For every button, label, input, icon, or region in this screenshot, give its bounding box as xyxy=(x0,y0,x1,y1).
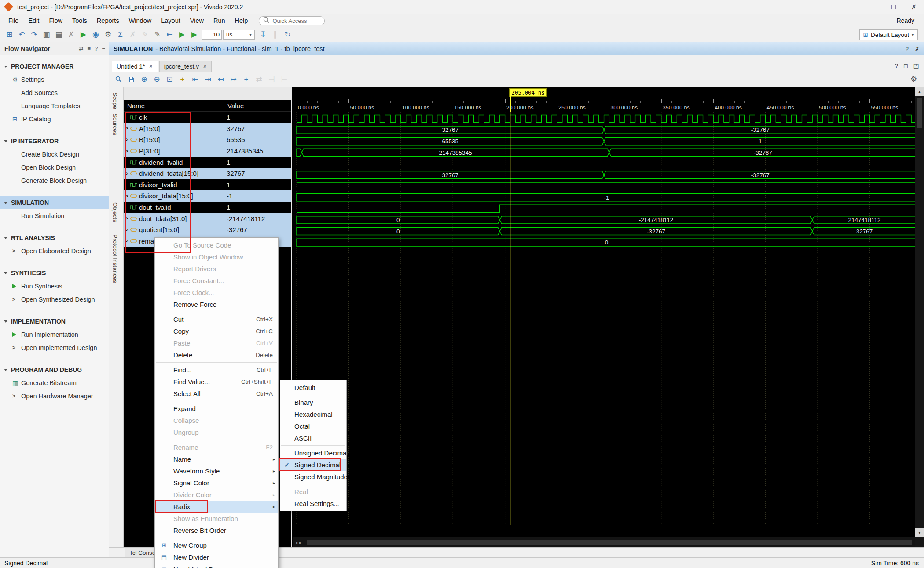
minimize-icon[interactable]: − xyxy=(102,45,105,52)
scroll-right-icon[interactable]: ▸ xyxy=(299,539,302,546)
next-transition-icon[interactable]: ↦ xyxy=(227,74,239,85)
time-unit-select[interactable]: us ▾ xyxy=(223,30,255,40)
menu-item-expand[interactable]: Expand xyxy=(155,403,278,415)
help-icon[interactable]: ? xyxy=(95,45,98,52)
probe-icon[interactable]: ✎ xyxy=(151,29,163,40)
menu-file[interactable]: File xyxy=(4,14,23,27)
signal-row[interactable]: >B[15:0] xyxy=(124,134,224,146)
scroll-left-icon[interactable]: ◂ xyxy=(295,539,297,546)
fn-item-settings[interactable]: ⚙Settings xyxy=(0,73,109,86)
zoom-to-cursor-icon[interactable]: + xyxy=(176,74,188,85)
zoom-in-icon[interactable]: ⊕ xyxy=(138,74,150,85)
settings-gear-icon[interactable]: ⚙ xyxy=(102,29,114,40)
menu-item-unsigned-decimal[interactable]: Unsigned Decimal xyxy=(280,447,346,459)
menu-item-delete[interactable]: DeleteDelete xyxy=(155,349,278,361)
open-window-icon[interactable]: ⊞ xyxy=(4,29,15,40)
menu-item-name[interactable]: Name▸ xyxy=(155,453,278,465)
wave-settings-gear-icon[interactable]: ⚙ xyxy=(908,74,920,85)
expand-chevron-icon[interactable]: > xyxy=(124,171,130,177)
run-manage-icon[interactable]: ◉ xyxy=(90,29,102,40)
fn-item-add-sources[interactable]: Add Sources xyxy=(0,86,109,99)
side-tab-objects[interactable]: Objects xyxy=(112,202,118,222)
fn-header-simulation[interactable]: SIMULATION xyxy=(0,196,109,209)
signal-row[interactable]: >P[31:0] xyxy=(124,146,224,157)
side-tab-scope[interactable]: Scope xyxy=(112,92,118,109)
relaunch-icon[interactable]: ↻ xyxy=(282,29,293,40)
menu-edit[interactable]: Edit xyxy=(23,14,44,27)
menu-item-new-group[interactable]: ⊞New Group xyxy=(155,539,278,551)
menu-item-cut[interactable]: CutCtrl+X xyxy=(155,313,278,325)
restart-sim-icon[interactable]: ⇤ xyxy=(164,29,176,40)
menu-item-octal[interactable]: Octal xyxy=(280,420,346,432)
close-button[interactable]: ✗ xyxy=(904,0,924,14)
menu-layout[interactable]: Layout xyxy=(156,14,185,27)
tab-untitled-1[interactable]: Untitled 1*✗ xyxy=(112,61,158,72)
expand-chevron-icon[interactable]: > xyxy=(124,193,130,199)
fn-item-open-implemented-design[interactable]: >Open Implemented Design xyxy=(0,341,109,354)
signal-value[interactable]: 32767 xyxy=(224,123,291,135)
menu-item-waveform-style[interactable]: Waveform Style▸ xyxy=(155,465,278,477)
go-to-start-icon[interactable]: ⇤ xyxy=(189,74,201,85)
menu-item-ascii[interactable]: ASCII xyxy=(280,432,346,444)
tab-ipcore-test-v[interactable]: ipcore_test.v✗ xyxy=(159,61,212,72)
horizontal-scrollbar[interactable]: ◂ ▸ xyxy=(293,537,915,547)
fn-item-generate-bitstream[interactable]: ▦Generate Bitstream xyxy=(0,376,109,390)
menu-item-default[interactable]: Default xyxy=(280,382,346,393)
fn-item-generate-block-design[interactable]: Generate Block Design xyxy=(0,174,109,187)
fn-item-run-simulation[interactable]: Run Simulation xyxy=(0,209,109,222)
menu-flow[interactable]: Flow xyxy=(44,14,67,27)
find-icon[interactable] xyxy=(113,74,125,85)
quick-access-input[interactable] xyxy=(272,18,321,24)
signal-row[interactable]: >quotient[15:0] xyxy=(124,224,224,236)
help-icon[interactable]: ? xyxy=(906,46,909,52)
signal-value[interactable]: -1 xyxy=(224,190,291,202)
menu-item-signal-color[interactable]: Signal Color▸ xyxy=(155,477,278,489)
side-tab-protocol-instances[interactable]: Protocol Instances xyxy=(112,234,118,283)
zoom-fit-icon[interactable]: ⊡ xyxy=(164,74,176,85)
waveform-canvas[interactable]: 32767-327676553512147385345-3276732767-3… xyxy=(293,112,915,537)
fn-item-open-synthesized-design[interactable]: >Open Synthesized Design xyxy=(0,293,109,306)
signal-row[interactable]: >dout_tdata[31:0] xyxy=(124,213,224,224)
fn-item-create-block-design[interactable]: Create Block Design xyxy=(0,148,109,161)
copy-icon[interactable]: ▣ xyxy=(40,29,52,40)
menu-item-signed-decimal[interactable]: ✓Signed Decimal xyxy=(280,459,346,471)
run-for-time-icon[interactable]: ▶ xyxy=(188,29,200,40)
help-icon[interactable]: ? xyxy=(895,62,898,69)
menu-item-select-all[interactable]: Select AllCtrl+A xyxy=(155,388,278,400)
fn-item-language-templates[interactable]: Language Templates xyxy=(0,99,109,113)
signal-row[interactable]: >divisor_tdata[15:0] xyxy=(124,190,224,202)
timeline-ruler[interactable]: 0.000 ns50.000 ns100.000 ns150.000 ns200… xyxy=(293,87,915,112)
signal-row[interactable]: >dividend_tdata[15:0] xyxy=(124,168,224,179)
menu-item-find-value[interactable]: Find Value...Ctrl+Shift+F xyxy=(155,376,278,388)
maximize-button[interactable]: ☐ xyxy=(884,0,904,14)
expand-chevron-icon[interactable]: > xyxy=(124,238,130,244)
signal-row[interactable]: dout_tvalid xyxy=(124,202,224,213)
expand-chevron-icon[interactable]: > xyxy=(124,215,130,222)
menu-help[interactable]: Help xyxy=(230,14,253,27)
expand-chevron-icon[interactable]: > xyxy=(124,125,130,131)
maximize-icon[interactable]: ◳ xyxy=(913,62,919,69)
close-icon[interactable]: ✗ xyxy=(203,64,207,69)
value-column-header[interactable]: Value xyxy=(224,100,291,112)
fn-header-program-and-debug[interactable]: PROGRAM AND DEBUG xyxy=(0,363,109,376)
menu-run[interactable]: Run xyxy=(209,14,230,27)
previous-transition-icon[interactable]: ↤ xyxy=(215,74,227,85)
fn-header-ip-integrator[interactable]: IP INTEGRATOR xyxy=(0,135,109,148)
fn-item-run-synthesis[interactable]: Run Synthesis xyxy=(0,280,109,293)
menu-item-find[interactable]: Find...Ctrl+F xyxy=(155,364,278,376)
menu-item-radix[interactable]: Radix▸ xyxy=(155,501,278,513)
menu-tools[interactable]: Tools xyxy=(67,14,92,27)
fn-item-open-hardware-manager[interactable]: >Open Hardware Manager xyxy=(0,390,109,403)
menu-item-real-settings[interactable]: Real Settings... xyxy=(280,498,346,510)
menu-item-binary[interactable]: Binary xyxy=(280,397,346,408)
signal-row[interactable]: dividend_tvalid xyxy=(124,157,224,168)
swap-icon[interactable]: ⇄ xyxy=(79,45,84,52)
zoom-out-icon[interactable]: ⊖ xyxy=(151,74,163,85)
signal-value[interactable]: 65535 xyxy=(224,134,291,146)
float-icon[interactable]: ◻ xyxy=(903,62,908,69)
cursor-time-label[interactable]: 205.004 ns xyxy=(509,88,546,97)
save-waveform-icon[interactable] xyxy=(125,74,137,85)
scroll-down-icon[interactable]: ▼ xyxy=(915,528,924,537)
fn-header-project-manager[interactable]: PROJECT MANAGER xyxy=(0,60,109,73)
layout-select[interactable]: ⊞ Default Layout ▾ xyxy=(859,29,918,40)
